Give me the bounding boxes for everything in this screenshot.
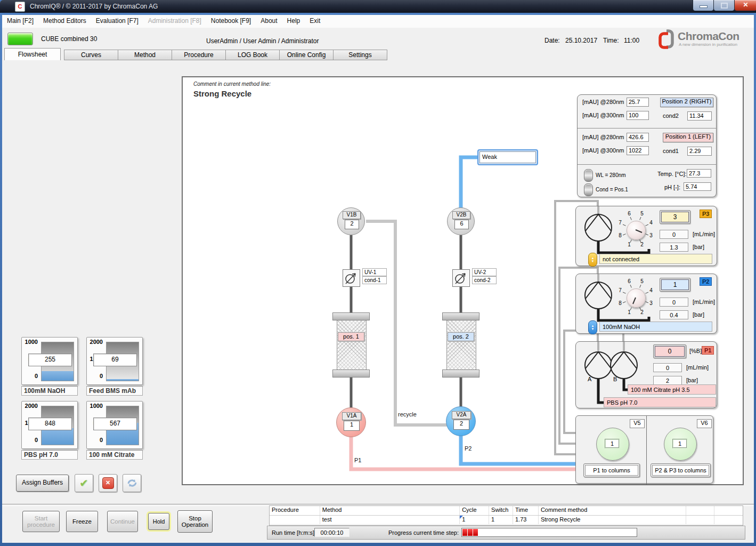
pressure-unit-label: [bar] xyxy=(693,311,704,318)
time-value: 11:00 xyxy=(624,37,639,44)
main-content: Comment in current method line: Strong R… xyxy=(2,60,754,543)
runtime-label: Run time [h:m:s] xyxy=(272,529,314,536)
mau280-left-value[interactable]: 426.6 xyxy=(627,133,649,142)
pump-p3-selector-dial[interactable]: 12345678 xyxy=(616,210,655,250)
detector-panel: [mAU] @280nm 25.7 Position 2 (RIGHT) [mA… xyxy=(577,94,717,197)
pump-p1-buffer-a-label[interactable]: PBS pH 7.0 xyxy=(604,397,716,407)
gauge-scale-max: 2000 xyxy=(22,403,38,409)
mau300-right-value[interactable]: 100 xyxy=(627,111,649,120)
user-info: UserAdmin / User Admin / Administrator xyxy=(206,37,319,45)
table-cell[interactable]: 1 xyxy=(460,516,489,524)
valve-v6-cell: V6 1 P2 & P3 to columns xyxy=(647,416,714,484)
tab-online-config[interactable]: Online Config xyxy=(279,50,334,60)
dial-number: 5 xyxy=(639,211,645,216)
control-stop-operation[interactable]: Stop Operation xyxy=(177,510,213,533)
table-cell[interactable]: Strong Recycle xyxy=(539,516,686,524)
cond2-value[interactable]: 11.34 xyxy=(687,111,712,121)
minimize-button[interactable] xyxy=(693,0,714,11)
dial-number: 1 xyxy=(626,309,632,315)
table-row[interactable]: test111.73Strong Recycle xyxy=(270,516,743,525)
pump-p2-buffer-spinner[interactable]: ▲▼ xyxy=(588,320,597,334)
pump-p3-buffer-label[interactable]: not connected xyxy=(599,254,712,264)
control-continue: Continue xyxy=(107,511,138,532)
table-cell[interactable]: 1.73 xyxy=(513,516,539,524)
table-cell[interactable] xyxy=(686,516,714,524)
table-cell[interactable]: 1 xyxy=(489,516,513,524)
valve-v1a-position[interactable]: 1 xyxy=(344,421,360,431)
position1-button[interactable]: Position 1 (LEFT) xyxy=(663,133,713,142)
valve-v1b-position[interactable]: 2 xyxy=(345,220,359,229)
tab-procedure[interactable]: Procedure xyxy=(172,50,226,60)
weak-outlet-box[interactable]: Weak xyxy=(477,149,538,165)
dial-number: 5 xyxy=(639,278,645,284)
flow-unit-label: [mL/min] xyxy=(693,299,715,305)
dial-knob[interactable] xyxy=(627,288,646,308)
menu-item-notebook-f9[interactable]: Notebook [F9] xyxy=(206,15,256,27)
table-header-row: ProcedureMethodCycleSwitchTimeComment me… xyxy=(270,506,743,516)
control-freeze[interactable]: Freeze xyxy=(66,511,98,532)
tab-settings[interactable]: Settings xyxy=(333,50,387,60)
pump-p2-position-value[interactable]: 1 xyxy=(661,279,689,290)
table-cell[interactable]: test xyxy=(320,516,460,524)
cancel-button[interactable]: ✕ xyxy=(99,474,117,492)
uv2-sensor[interactable] xyxy=(452,269,470,287)
position2-button[interactable]: Position 2 (RIGHT) xyxy=(660,98,713,107)
assign-buffers-button[interactable]: Assign Buffers xyxy=(16,475,69,492)
pump-p2-selector-dial[interactable]: 12345678 xyxy=(616,278,655,317)
control-hold[interactable]: Hold xyxy=(148,513,169,530)
buffer-actions: Assign Buffers ✔ ✕ xyxy=(16,474,155,492)
gauge-scale-min: 0 xyxy=(22,437,38,443)
pump-p3-position-value[interactable]: 3 xyxy=(661,212,689,222)
uv1-sensor[interactable] xyxy=(343,269,360,287)
pump-p1-gradient-value[interactable]: 0 xyxy=(655,346,685,357)
maximize-button[interactable] xyxy=(713,0,735,11)
dial-number: 6 xyxy=(626,278,632,284)
valve-v5-cell: V5 1 P1 to columns xyxy=(576,416,647,484)
table-cell[interactable] xyxy=(714,516,743,524)
valve-v2a-position[interactable]: 2 xyxy=(453,420,469,430)
pump-p1-buffer-b-label[interactable]: 100 mM Citrate pH 3.5 xyxy=(628,384,716,395)
uv1-label: UV-1 xyxy=(362,268,387,276)
menu-item-exit[interactable]: Exit xyxy=(305,15,325,27)
menu-item-help[interactable]: Help xyxy=(282,15,305,27)
column2-body[interactable] xyxy=(446,320,476,370)
ph-value[interactable]: 5.74 xyxy=(684,182,711,191)
gauge-fill xyxy=(42,371,74,381)
menu-item-method-editors[interactable]: Method Editors xyxy=(38,15,91,27)
tab-log-book[interactable]: LOG Book xyxy=(225,50,280,60)
dial-number: 3 xyxy=(648,300,654,306)
confirm-button[interactable]: ✔ xyxy=(75,474,93,492)
system-name: CUBE combined 30 xyxy=(41,35,97,43)
cond-toggle[interactable] xyxy=(584,183,593,196)
column1-position-label: pos. 1 xyxy=(338,332,364,341)
table-cell[interactable] xyxy=(270,516,320,524)
tab-curves[interactable]: Curves xyxy=(64,50,118,60)
close-button[interactable]: ✕ xyxy=(734,0,756,11)
refresh-button[interactable] xyxy=(123,474,141,492)
cond2-value-label: cond2 xyxy=(663,113,679,119)
temp-value[interactable]: 27.3 xyxy=(687,169,711,178)
valve-v2a-name: V2A xyxy=(452,411,471,419)
valve-v5-position[interactable]: 1 xyxy=(605,439,620,448)
procedure-controls: Start procedureFreezeContinueHoldStop Op… xyxy=(16,507,261,538)
dial-number: 2 xyxy=(639,242,645,247)
cond1-value[interactable]: 2.29 xyxy=(687,147,712,156)
menu-item-evaluation-f7[interactable]: Evaluation [F7] xyxy=(91,15,143,27)
column1-body[interactable] xyxy=(337,320,367,370)
valve-v6-route-button[interactable]: P2 & P3 to columns xyxy=(651,463,711,477)
menu-item-about[interactable]: About xyxy=(256,15,282,27)
valve-v2b-position[interactable]: 6 xyxy=(454,220,469,229)
pump-p2-buffer-label[interactable]: 100mM NaOH xyxy=(599,322,712,332)
valve-v6-route-label: P2 & P3 to columns xyxy=(652,465,709,476)
tab-method[interactable]: Method xyxy=(118,50,172,60)
dial-knob[interactable] xyxy=(627,221,646,240)
tab-flowsheet[interactable]: Flowsheet xyxy=(4,48,61,60)
menu-item-main-f2[interactable]: Main [F2] xyxy=(2,15,38,27)
mau280-right-value[interactable]: 25.7 xyxy=(627,98,649,107)
mau300-left-value[interactable]: 1022 xyxy=(627,146,649,155)
pump-p3-buffer-spinner[interactable]: ▲▼ xyxy=(588,253,597,267)
wavelength-toggle[interactable] xyxy=(584,169,593,182)
valve-v5-route-button[interactable]: P1 to columns xyxy=(583,463,640,477)
valve-v6-position[interactable]: 1 xyxy=(672,439,687,448)
pump-p1-flow-value: 0 xyxy=(653,363,682,372)
